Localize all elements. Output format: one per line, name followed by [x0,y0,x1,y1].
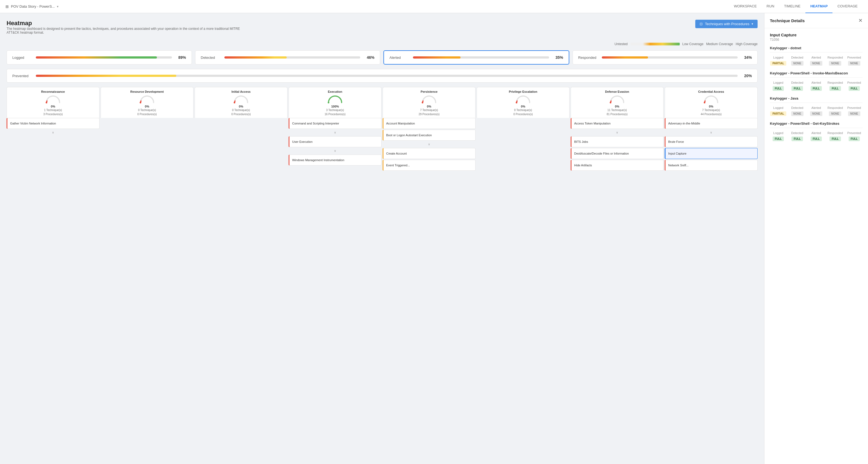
technique-tile-7-3[interactable]: Network Sniff... [665,160,757,171]
technique-tile-7-0[interactable]: Adversary-in-the-Middle [665,118,757,129]
technique-name-0-0: Gather Victim Network Information [10,122,96,125]
tactic-header-4: Persistence 0% 7 Technique(s)29 Procedur… [383,87,475,118]
tactic-gauge-4 [385,95,472,104]
cov-row-0: PARTIAL NONE NONE NONE NONE [770,61,863,66]
technique-tile-4-3[interactable]: Event Triggered... [383,160,475,171]
cov-logged-2: PARTIAL [770,111,786,116]
keylogger-section-3: Keylogger - PowerShell - Get-KeyStrokes … [770,121,863,141]
tactic-stats-2: 0 Technique(s)0 Procedures(s) [197,108,284,116]
right-panel: Technique Details ✕ Input Capture T1056 … [764,13,868,464]
cov-detected-2: NONE [789,111,805,116]
technique-tile-0-0[interactable]: Gather Victim Network Information [6,118,99,129]
cov-prevented-0: NONE [846,61,863,66]
nav-link-run[interactable]: RUN [762,0,779,13]
technique-name-4-0: Account Manipulation [386,122,472,125]
tactic-stats-3: 3 Technique(s)16 Procedures(s) [291,108,378,116]
tactic-header-5: Privilege Escalation 0% 0 Technique(s)0 … [477,87,569,118]
technique-chevron-3-0[interactable]: ∨ [289,130,381,136]
page-subtitle: The heatmap dashboard is designed to pre… [6,27,252,34]
technique-chevron-7-0[interactable]: ∨ [665,130,757,136]
stat-card-detected: Detected 46% [195,50,380,64]
prevented-card: Prevented 20% [6,69,757,83]
page-header: Heatmap The heatmap dashboard is designe… [6,20,757,40]
svg-point-7 [704,102,705,104]
cov-col-detected-header: Detected [789,55,805,59]
stat-bar-fill-alerted [413,56,461,59]
stat-card-alerted: Alerted 35% [383,50,569,64]
tactic-pct-6: 0% [574,105,660,108]
technique-id: T1056 [770,38,863,41]
technique-chevron-4-1[interactable]: ∨ [383,141,475,147]
main-wrapper: Heatmap The heatmap dashboard is designe… [0,13,868,464]
cov-col-alerted-header: Alerted [808,131,825,135]
stat-bar-bg-responded [602,56,738,59]
technique-chevron-3-1[interactable]: ∨ [289,148,381,154]
technique-chevron-0-0[interactable]: ∨ [6,130,99,136]
legend-high: High Coverage [736,42,757,46]
stat-bar-bg-detected [224,56,361,59]
technique-chevron-6-0[interactable]: ∨ [571,130,663,136]
panel-content: Input Capture T1056 Keylogger - dotnet L… [765,28,868,151]
cov-logged-1: FULL [770,86,786,91]
legend-low: Low Coverage [682,42,704,46]
stat-pct-detected: 46% [365,55,374,60]
cov-responded-3: FULL [827,137,843,141]
svg-point-4 [422,102,423,104]
nav-links: WORKSPACERUNTIMELINEHEATMAPCOVERAGE [729,0,863,13]
tactic-pct-3: 100% [291,105,378,108]
technique-tile-4-0[interactable]: Account Manipulation [383,118,475,129]
technique-tile-4-2[interactable]: Create Account [383,148,475,159]
technique-tile-4-1[interactable]: Boot or Logon Autostart Execution [383,130,475,141]
nav-link-workspace[interactable]: WORKSPACE [729,0,762,13]
cov-col-prevented-header: Prevented [846,106,863,110]
technique-title: Input Capture [770,33,863,37]
technique-tile-6-2[interactable]: Deobfuscate/Decode Files or Information [571,148,663,159]
tactic-col-5: Privilege Escalation 0% 0 Technique(s)0 … [477,87,569,171]
cov-col-detected-header: Detected [789,81,805,85]
tactics-grid: Reconnaissance 0% 1 Technique(s)3 Proced… [6,87,757,171]
tactic-gauge-0 [9,95,96,104]
tactic-gauge-5 [479,95,566,104]
cov-responded-0: NONE [827,61,843,66]
technique-tile-7-1[interactable]: Brute Force [665,136,757,147]
tactic-header-6: Defense Evasion 0% 11 Technique(s)81 Pro… [571,87,663,118]
technique-tile-6-1[interactable]: BITS Jobs [571,136,663,147]
cov-alerted-3: FULL [808,137,825,141]
technique-tile-3-0[interactable]: Command and Scripting Interpreter [289,118,381,129]
technique-tile-3-2[interactable]: Windows Management Instrumentation [289,154,381,166]
cov-detected-3: FULL [789,137,805,141]
technique-tile-6-3[interactable]: Hide Artifacts [571,160,663,171]
cov-responded-1: FULL [827,86,843,91]
technique-name-4-2: Create Account [386,152,472,155]
cov-logged-3: FULL [770,137,786,141]
stat-label-logged: Logged [12,56,31,60]
tactic-name-6: Defense Evasion [574,90,660,93]
tactic-col-6: Defense Evasion 0% 11 Technique(s)81 Pro… [571,87,663,171]
cov-col-logged-header: Logged [770,106,786,110]
technique-tile-7-2[interactable]: Input Capture [665,148,757,159]
filter-button[interactable]: ⊡ Techniques with Procedures ▾ [695,20,757,28]
cov-header-2: Logged Detected Alerted Responded Preven… [770,106,863,110]
legend-row: Untested Low Coverage Medium Coverage Hi… [614,42,757,46]
tactic-pct-2: 0% [197,105,284,108]
tactic-name-5: Privilege Escalation [479,90,566,93]
tactic-header-2: Initial Access 0% 0 Technique(s)0 Proced… [194,87,287,118]
nav-brand[interactable]: ⊞ POV Data Story - PowerS... ▾ [5,4,59,9]
stat-card-logged: Logged 89% [6,50,192,64]
nav-link-coverage[interactable]: COVERAGE [833,0,863,13]
cov-responded-2: NONE [827,111,843,116]
tactic-col-2: Initial Access 0% 0 Technique(s)0 Proced… [194,87,287,171]
nav-link-timeline[interactable]: TIMELINE [779,0,805,13]
tactic-header-3: Execution 100% 3 Technique(s)16 Procedur… [289,87,381,118]
cov-col-prevented-header: Prevented [846,131,863,135]
technique-tile-3-1[interactable]: User Execution [289,136,381,147]
cov-alerted-2: NONE [808,111,825,116]
nav-link-heatmap[interactable]: HEATMAP [805,0,833,13]
technique-tile-6-0[interactable]: Access Token Manipulation [571,118,663,129]
stat-pct-logged: 89% [176,55,186,60]
cov-col-alerted-header: Alerted [808,81,825,85]
cov-header-1: Logged Detected Alerted Responded Preven… [770,81,863,85]
stat-bar-wrap-detected [224,56,361,59]
close-button[interactable]: ✕ [859,18,863,24]
technique-name-6-1: BITS Jobs [574,140,660,143]
